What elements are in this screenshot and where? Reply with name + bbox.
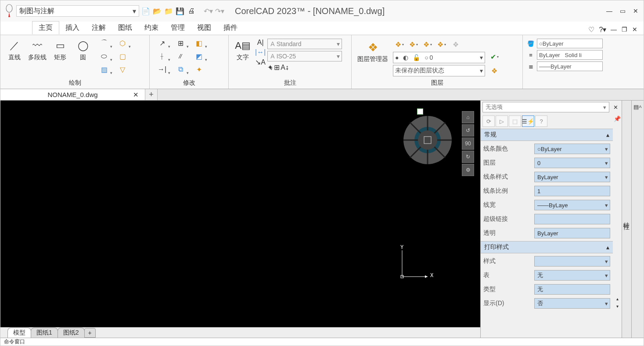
tool-polygon[interactable]: ⬡ [114,37,131,49]
scroll-down-icon[interactable]: ▾ [616,304,619,309]
nav-90-button[interactable]: 90 [462,137,474,150]
lineweight-icon[interactable]: ≣ [526,62,535,71]
viewport[interactable]: ⌂ ↺ 90 ↻ ⚙ Y X [0,101,480,327]
scroll-up-icon[interactable]: ▴ [616,296,619,301]
tool-dimension[interactable]: |↔| [255,48,266,56]
layer-misc-icon[interactable]: ❖ [449,39,462,50]
nav-home-icon[interactable]: ⌂ [462,111,474,123]
prop-linecolor[interactable]: ○ ByLayer [534,144,610,154]
prop-plottype[interactable]: 无 [534,284,610,295]
ribbon-tab-plugin[interactable]: 插件 [217,22,244,34]
maximize-button[interactable]: ▭ [618,7,627,15]
nav-settings-icon[interactable]: ⚙ [462,164,474,176]
ribbon-tab-annotate[interactable]: 注解 [86,22,112,34]
tool-text-a[interactable]: A| [255,39,266,47]
tool-circle[interactable]: ◯圆 [72,37,94,61]
dim-style-combo[interactable]: AISO-25 [267,51,342,61]
tool-array[interactable]: ⊞ [172,37,189,49]
minimize-button[interactable]: — [605,7,614,15]
tool-trim[interactable]: ⟊ [153,50,171,62]
prop-linescale[interactable]: 1 [534,186,610,196]
props-tool-2[interactable]: ▷ [496,115,508,127]
prop-linestyle[interactable]: ByLayer [534,172,610,182]
section-general[interactable]: 常规▴ [481,129,613,141]
tool-line[interactable]: ／直线 [4,37,25,61]
text-style-combo[interactable]: AStandard [267,39,342,49]
prop-plotshow[interactable]: 否 [534,298,610,309]
favorite-icon[interactable]: ♡ [586,25,596,34]
layer-check-icon[interactable]: ✔ [488,51,501,62]
tool-explode[interactable]: ✦ [190,63,208,76]
tool-fillet[interactable]: ◩ [190,50,208,62]
redo-icon[interactable]: ↷▾ [215,6,224,16]
help-icon[interactable]: ?▾ [598,25,608,34]
tool-hatch[interactable]: ▨ [95,63,113,76]
tool-leader[interactable]: ↘A [255,58,266,66]
lineweight-combo[interactable]: —— ByLayer [537,61,603,71]
tool-field[interactable]: A↕ [281,63,289,72]
prop-plotstyle[interactable] [534,256,610,267]
doc-minimize-button[interactable]: — [609,25,618,34]
prop-hyperlink[interactable] [534,214,610,224]
paint-icon[interactable]: 🪣 [526,39,535,48]
current-layer-combo[interactable]: ● ◐ 🔓 ○ 0 [393,52,485,63]
save-icon[interactable]: 💾 [175,6,185,16]
props-tool-3[interactable]: ⬚ [509,115,521,127]
workspace-combo[interactable]: 制图与注解 [16,5,139,17]
undo-icon[interactable]: ↶▾ [203,6,213,16]
ribbon-tab-view[interactable]: 视图 [191,22,217,34]
prop-layer[interactable]: 0 [534,158,610,168]
nav-rotate-left-icon[interactable]: ↺ [462,124,474,137]
ribbon-tab-sheet[interactable]: 图纸 [112,22,138,34]
linetype-icon[interactable]: ≡ [526,50,535,59]
prop-transparency[interactable]: ByLayer [534,228,610,238]
sheet-tab-2[interactable]: 图纸2 [58,328,85,338]
tool-erase[interactable]: ◧ [190,37,208,49]
layer-freeze-icon[interactable]: ❖ [407,39,420,50]
layer-state-combo[interactable]: 未保存的图层状态 [393,65,485,76]
print-icon[interactable]: 🖨 [187,6,196,16]
ribbon-tab-home[interactable]: 主页 [32,21,59,34]
props-tool-1[interactable]: ⟳ [482,115,495,127]
layer-state-icon[interactable]: ❖ [488,65,501,76]
tool-move[interactable]: ↗ [153,37,171,49]
ribbon-tab-manage[interactable]: 管理 [165,22,191,34]
tool-arc[interactable]: ⌒ [95,37,113,49]
layer-visible-icon[interactable]: ❖ [435,39,448,50]
prop-plottable[interactable]: 无 [534,270,610,281]
doc-restore-button[interactable]: ❐ [620,25,629,34]
doc-close-button[interactable]: ✕ [630,25,639,34]
panel-pin-icon[interactable]: 📌 [614,115,621,122]
nav-wheel[interactable] [401,114,454,166]
sidebar-colors-icon[interactable]: ▤A [633,102,642,111]
tool-rectangle[interactable]: ▭矩形 [50,37,71,61]
layer-lock-icon[interactable]: ❖ [421,39,434,50]
tool-triangle[interactable]: ▽ [114,63,131,76]
linetype-combo[interactable]: ByLayer Solid li [537,50,603,60]
open-folder-icon[interactable]: 📁 [164,6,173,16]
tool-mleader[interactable]: ✦ [267,63,273,72]
ribbon-tab-insert[interactable]: 插入 [59,22,86,34]
doc-tab-add-button[interactable]: + [145,89,158,100]
layer-off-icon[interactable]: ❖ [393,39,406,50]
tool-extend[interactable]: →| [153,63,171,76]
tool-table[interactable]: ⊞ [274,63,280,72]
props-tool-list[interactable]: ☰⚡ [522,115,534,127]
sheet-tab-model[interactable]: 模型 [7,328,31,338]
props-tool-help[interactable]: ? [535,115,547,127]
sheet-tab-add-button[interactable]: + [84,328,96,338]
tool-polyline[interactable]: 〰多段线 [27,37,48,61]
panel-close-icon[interactable]: ✕ [611,104,620,111]
tool-text[interactable]: A▤文字 [232,37,253,61]
tool-offset[interactable]: ⫽ [172,50,189,62]
side-tab-properties[interactable]: 特性 [622,101,631,338]
tool-layer-manager[interactable]: ❖ 图层管理器 [355,39,390,63]
tool-region[interactable]: ▢ [114,50,131,62]
selection-combo[interactable]: 无选项 [482,102,609,112]
nav-rotate-right-icon[interactable]: ↻ [462,151,474,163]
open-file-icon[interactable]: 📂 [152,6,162,16]
doc-tab-close-icon[interactable]: ✕ [133,91,139,99]
close-button[interactable]: ✕ [631,7,640,15]
new-file-icon[interactable]: 📄 [141,6,151,16]
tool-copy[interactable]: ⧉ [172,63,189,76]
